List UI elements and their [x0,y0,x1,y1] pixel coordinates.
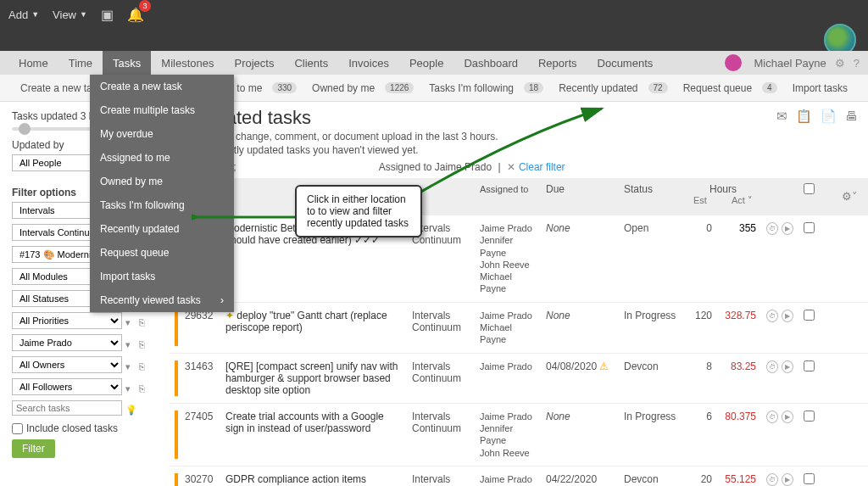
tooltip-callout: Click in either location to to view and … [295,185,422,237]
timer-icon[interactable]: ⏱ [766,473,778,486]
include-closed-label: Include closed tasks [26,422,118,434]
row-check[interactable] [804,360,815,371]
top-bar: Add▼ View▼ ▣ 🔔3 [0,0,868,51]
filter-select-6[interactable]: Jaime Prado [12,334,122,351]
copy-icon[interactable]: 📋 [796,109,812,124]
filter-button[interactable]: Filter [12,439,55,458]
search-input[interactable] [12,400,122,416]
main-panel: ly updated tasks had a recent change, co… [170,102,868,486]
nav-projects[interactable]: Projects [224,51,284,75]
subnav-import[interactable]: Import tasks [787,82,853,94]
queue-count: 4 [762,82,777,93]
table-row[interactable]: 30270GDPR compliance action itemsInterva… [170,466,868,486]
dd-viewed[interactable]: Recently viewed tasks› [90,288,234,312]
dd-create[interactable]: Create a new task [90,75,234,98]
clear-filter-x[interactable]: ✕ [507,161,515,173]
expand-icon[interactable]: ▾ [125,317,136,327]
filter-assigned: Assigned to Jaime Prado [379,161,492,173]
nav-reports[interactable]: Reports [528,51,587,75]
dd-owned[interactable]: Owned by me [90,170,234,193]
nav-dashboard[interactable]: Dashboard [453,51,528,75]
user-name[interactable]: Michael Payne [754,57,826,70]
dd-queue[interactable]: Request queue [90,241,234,265]
bulb-icon[interactable]: 💡 [125,405,136,415]
play-icon[interactable]: ▶ [782,222,793,235]
avatar[interactable] [725,54,742,71]
play-icon[interactable]: ▶ [782,360,793,373]
page-desc1: had a recent change, comment, or documen… [170,131,868,142]
main-nav: Home Time Tasks Milestones Projects Clie… [0,51,868,75]
dd-import[interactable]: Import tasks [90,265,234,288]
subnav-owned[interactable]: Owned by me [307,82,380,94]
page-desc2: ● otes recently updated tasks you haven'… [170,142,868,156]
subnav-queue[interactable]: Request queue [678,82,757,94]
timer-icon[interactable]: ⏱ [766,360,778,373]
assigned-count: 330 [272,82,297,93]
select-all-check[interactable] [804,183,815,194]
timer-icon[interactable]: ⏱ [766,310,778,322]
expand-icon[interactable]: ▾ [125,361,136,371]
row-check[interactable] [804,310,815,321]
play-icon[interactable]: ▶ [782,310,793,322]
filter-summary: s Continuum; Assigned to Jaime Prado | ✕… [170,156,868,178]
nav-milestones[interactable]: Milestones [151,51,224,75]
page-title: ly updated tasks [170,107,868,129]
dd-create-multi[interactable]: Create multiple tasks [90,98,234,122]
table-row[interactable]: 27405Create trial accounts with a Google… [170,404,868,466]
timer-icon[interactable]: ⏱ [766,222,778,235]
bell-icon[interactable]: 🔔3 [127,5,144,24]
play-icon[interactable]: ▶ [782,411,793,423]
nav-invoices[interactable]: Invoices [338,51,399,75]
inbox-icon[interactable]: ▣ [101,5,114,24]
expand-icon[interactable]: ▾ [125,383,136,394]
nav-people[interactable]: People [399,51,453,75]
table-row[interactable]: 31463[QRE] [compact screen] unify nav wi… [170,354,868,404]
dd-overdue[interactable]: My overdue [90,122,234,146]
filter-select-8[interactable]: All Followers [12,378,122,395]
timer-icon[interactable]: ⏱ [766,411,778,423]
warn-icon: ⚠ [599,360,609,372]
dd-following[interactable]: Tasks I'm following [90,193,234,217]
copy-icon[interactable]: ⎘ [139,361,149,371]
dd-assigned[interactable]: Assigned to me [90,146,234,170]
play-icon[interactable]: ▶ [782,473,793,486]
following-count: 18 [524,82,543,93]
row-check[interactable] [804,222,815,233]
table-header: ct Assigned to Due Status Hours EstAct ˅ [170,178,868,215]
print-icon[interactable]: 🖶 [845,109,858,124]
subnav-recent[interactable]: Recently updated [554,82,643,94]
add-menu[interactable]: Add▼ [8,5,39,24]
view-menu[interactable]: View▼ [53,5,87,24]
nav-clients[interactable]: Clients [284,51,338,75]
nav-time[interactable]: Time [58,51,103,75]
gear-icon[interactable]: ⚙ [835,57,845,70]
tasks-dropdown: Create a new task Create multiple tasks … [90,75,234,312]
include-closed-check[interactable] [12,423,23,434]
nav-home[interactable]: Home [8,51,58,75]
row-check[interactable] [804,411,815,422]
chevron-right-icon: › [220,294,224,306]
row-check[interactable] [804,473,815,484]
clear-filter-link[interactable]: Clear filter [519,161,565,173]
recent-count: 72 [648,82,668,93]
expand-icon[interactable]: ▾ [125,339,136,349]
nav-tasks[interactable]: Tasks [103,51,151,75]
filter-select-7[interactable]: All Owners [12,356,122,373]
table-settings-icon[interactable]: ⚙˅ [842,190,858,203]
help-icon[interactable]: ? [854,57,860,70]
updated-slider[interactable] [12,127,97,131]
notif-badge: 3 [139,0,151,12]
dd-recent[interactable]: Recently updated [90,217,234,241]
table-row[interactable]: 29632✦ deploy "true" Gantt chart (replac… [170,303,868,354]
nav-documents[interactable]: Documents [587,51,664,75]
copy-icon[interactable]: ⎘ [139,383,149,394]
copy-icon[interactable]: ⎘ [139,339,149,349]
mail-icon[interactable]: ✉ [776,109,787,124]
doc-icon[interactable]: 📄 [821,109,837,124]
owned-count: 1226 [385,82,414,93]
tasks-table: ct Assigned to Due Status Hours EstAct ˅… [170,178,868,486]
subnav-following[interactable]: Tasks I'm following [424,82,519,94]
filter-select-5[interactable]: All Priorities [12,312,122,329]
table-row[interactable]: Modernistic Beta patches syncs, QA, shou… [170,215,868,303]
copy-icon[interactable]: ⎘ [139,317,149,327]
